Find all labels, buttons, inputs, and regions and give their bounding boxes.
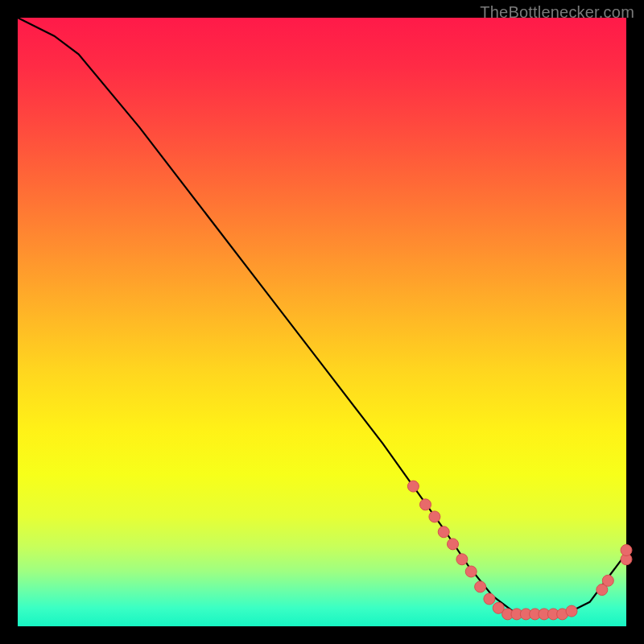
- data-marker: [429, 511, 440, 522]
- data-marker: [621, 545, 632, 556]
- data-marker: [407, 481, 419, 492]
- data-marker: [465, 566, 477, 577]
- data-marker: [448, 539, 459, 550]
- chart-container: TheBottlenecker.com: [0, 0, 644, 644]
- data-marker: [566, 605, 577, 617]
- data-marker: [456, 554, 468, 565]
- data-marker: [420, 499, 431, 510]
- data-markers: [407, 481, 632, 620]
- data-marker: [602, 575, 613, 586]
- bottleneck-curve: [18, 18, 626, 614]
- data-marker: [475, 581, 486, 592]
- data-marker: [484, 593, 495, 605]
- data-marker: [438, 526, 449, 538]
- chart-overlay: [18, 18, 626, 626]
